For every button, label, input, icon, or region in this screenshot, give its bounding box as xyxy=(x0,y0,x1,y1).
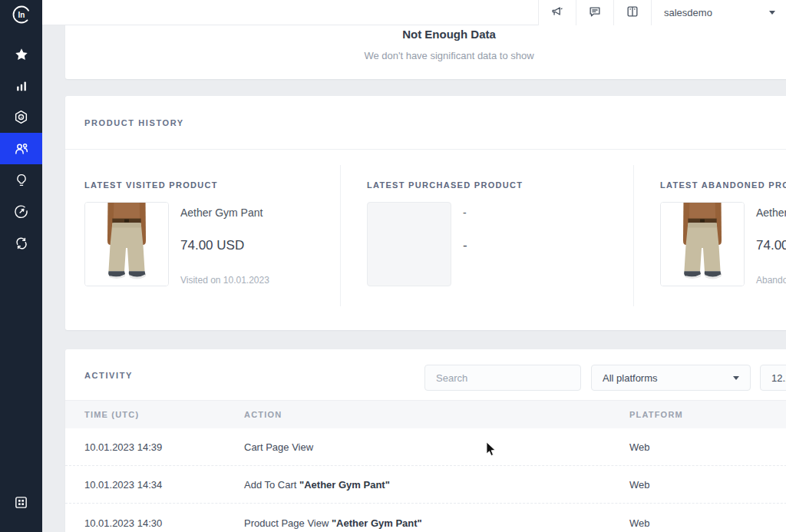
activity-header: ACTIVITY All platforms 12.1 xyxy=(65,349,786,401)
cell-time: 10.01.2023 14:30 xyxy=(84,517,162,528)
activity-card: ACTIVITY All platforms 12.1 TIME (UTC) A… xyxy=(65,349,786,532)
cell-time: 10.01.2023 14:39 xyxy=(84,441,162,453)
sidebar-item-products[interactable] xyxy=(0,101,42,133)
cell-platform: Web xyxy=(629,441,650,453)
product-price: - xyxy=(463,238,467,253)
product-history-header: PRODUCT HISTORY xyxy=(65,96,786,150)
chat-icon xyxy=(588,5,602,21)
product-meta: Abandoned on 10.01.2023 xyxy=(756,275,786,286)
sidebar-item-audience[interactable] xyxy=(0,133,42,164)
cell-platform: Web xyxy=(629,517,650,528)
date-range-value: 12.1 xyxy=(771,372,786,384)
bar-chart-icon xyxy=(15,79,28,93)
cell-action: Cart Page View xyxy=(244,441,313,453)
product-history-title: PRODUCT HISTORY xyxy=(84,118,184,127)
product-box-icon xyxy=(14,110,28,124)
sidebar-item-apps[interactable] xyxy=(0,487,42,518)
cell-action: Add To Cart "Aether Gym Pant" xyxy=(244,479,390,491)
latest-abandoned-label: LATEST ABANDONED PRODUCT xyxy=(660,180,786,190)
platform-filter-dropdown[interactable]: All platforms xyxy=(591,365,751,391)
product-image-placeholder xyxy=(367,202,451,286)
activity-search xyxy=(424,365,581,391)
date-range-filter[interactable]: 12.1 xyxy=(760,365,786,391)
latest-visited-label: LATEST VISITED PRODUCT xyxy=(84,180,218,190)
lightbulb-icon xyxy=(15,173,28,187)
sidebar-item-journeys[interactable] xyxy=(0,196,42,227)
product-price: 74.00 USD xyxy=(180,238,244,253)
book-icon xyxy=(626,5,639,21)
product-name: - xyxy=(463,207,467,219)
product-image xyxy=(660,202,745,286)
main-content: Not Enough Data We don't have significan… xyxy=(42,25,786,532)
table-row: 10.01.2023 14:34 Add To Cart "Aether Gym… xyxy=(65,466,786,504)
refresh-icon xyxy=(15,236,28,250)
product-name: Aether Gym Pant xyxy=(180,207,263,219)
table-row: 10.01.2023 14:30 Product Page View "Aeth… xyxy=(65,504,786,532)
col-header-time: TIME (UTC) xyxy=(84,410,139,419)
sidebar-item-insights[interactable] xyxy=(0,164,42,196)
megaphone-icon xyxy=(550,5,564,21)
latest-purchased-label: LATEST PURCHASED PRODUCT xyxy=(367,180,523,190)
col-header-action: ACTION xyxy=(244,410,282,419)
product-meta: Visited on 10.01.2023 xyxy=(180,275,269,286)
chevron-down-icon xyxy=(733,376,739,380)
topbar-fill xyxy=(42,0,538,25)
product-price: 74.00 USD xyxy=(756,238,786,253)
announcements-button[interactable] xyxy=(538,0,576,25)
feedback-button[interactable] xyxy=(576,0,613,25)
search-input[interactable] xyxy=(425,365,576,390)
sidebar-item-favorites[interactable] xyxy=(0,38,42,70)
account-dropdown[interactable]: salesdemo xyxy=(651,0,786,25)
product-history-columns: LATEST VISITED PRODUCT Aether Gym Pant 7… xyxy=(65,150,786,329)
logo-icon: In xyxy=(12,5,31,25)
latest-visited-product: LATEST VISITED PRODUCT Aether Gym Pant 7… xyxy=(84,150,340,329)
star-icon xyxy=(15,48,28,61)
latest-abandoned-product: LATEST ABANDONED PRODUCT Aether Gym Pant… xyxy=(660,150,786,329)
sidebar-item-analytics[interactable] xyxy=(0,70,42,101)
cell-action: Product Page View "Aether Gym Pant" xyxy=(244,517,422,528)
product-image xyxy=(84,202,169,286)
not-enough-data-title: Not Enough Data xyxy=(65,28,786,41)
apps-grid-icon xyxy=(14,495,28,510)
table-row: 10.01.2023 14:39 Cart Page View Web xyxy=(65,428,786,466)
cell-platform: Web xyxy=(629,479,650,491)
column-divider xyxy=(340,165,341,306)
journey-gauge-icon xyxy=(14,204,28,219)
sidebar-item-sync[interactable] xyxy=(0,227,42,259)
column-divider xyxy=(633,165,634,306)
sidebar-spacer xyxy=(0,259,42,487)
audience-people-icon xyxy=(14,141,29,157)
svg-text:In: In xyxy=(18,11,25,19)
product-history-card: PRODUCT HISTORY LATEST VISITED PRODUCT A… xyxy=(65,96,786,330)
activity-table-header: TIME (UTC) ACTION PLATFORM xyxy=(65,401,786,428)
not-enough-data-subtitle: We don't have significant data to show xyxy=(65,50,786,61)
topbar: salesdemo xyxy=(42,0,786,25)
platform-filter-value: All platforms xyxy=(603,372,733,384)
chevron-down-icon xyxy=(769,11,775,15)
sidebar: In xyxy=(0,0,42,532)
activity-title: ACTIVITY xyxy=(84,371,133,380)
account-name: salesdemo xyxy=(664,7,769,18)
latest-purchased-product: LATEST PURCHASED PRODUCT - - xyxy=(367,150,622,329)
col-header-platform: PLATFORM xyxy=(629,410,683,419)
not-enough-data-card: Not Enough Data We don't have significan… xyxy=(65,25,786,79)
docs-button[interactable] xyxy=(613,0,651,25)
insider-logo[interactable]: In xyxy=(0,0,42,29)
product-name: Aether Gym Pant xyxy=(756,207,786,219)
cell-time: 10.01.2023 14:34 xyxy=(84,479,162,491)
